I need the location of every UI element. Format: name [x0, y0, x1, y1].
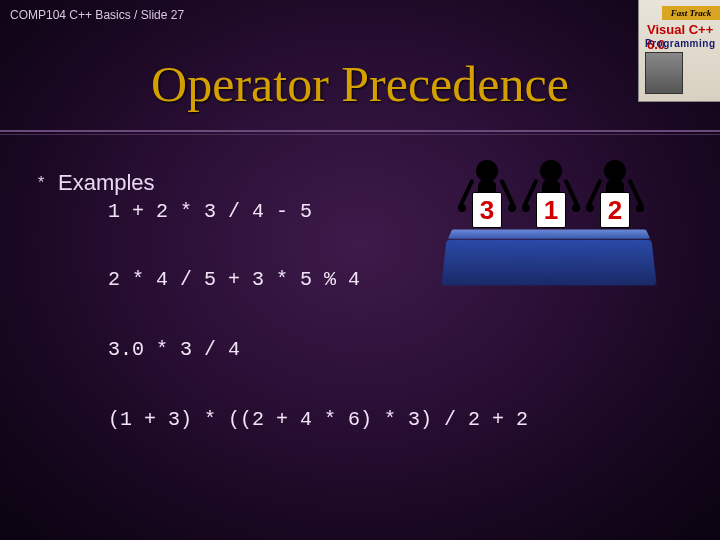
bullet-icon: * — [38, 174, 44, 192]
book-title-line2: Programming — [645, 38, 716, 49]
title-rule-shadow — [0, 134, 720, 135]
podium-front — [441, 240, 656, 286]
judge-2: 1 — [524, 160, 578, 234]
book-banner: Fast Track — [662, 6, 720, 20]
score-card-2: 1 — [536, 192, 566, 228]
title-rule — [0, 130, 720, 132]
example-1: 1 + 2 * 3 / 4 - 5 — [108, 200, 312, 223]
book-cover: Fast Track Visual C++ 6.0 Programming — [638, 0, 720, 102]
slide-header: COMP104 C++ Basics / Slide 27 — [10, 8, 184, 22]
example-2: 2 * 4 / 5 + 3 * 5 % 4 — [108, 268, 360, 291]
bullet-label: Examples — [58, 170, 155, 196]
judges-illustration: 3 1 2 — [444, 156, 654, 286]
book-photo — [645, 52, 683, 94]
judge-1: 3 — [460, 160, 514, 234]
score-card-3: 2 — [600, 192, 630, 228]
example-4: (1 + 3) * ((2 + 4 * 6) * 3) / 2 + 2 — [108, 408, 528, 431]
example-3: 3.0 * 3 / 4 — [108, 338, 240, 361]
podium-top — [448, 230, 650, 239]
score-card-1: 3 — [472, 192, 502, 228]
judge-3: 2 — [588, 160, 642, 234]
slide-title: Operator Precedence — [0, 55, 720, 113]
